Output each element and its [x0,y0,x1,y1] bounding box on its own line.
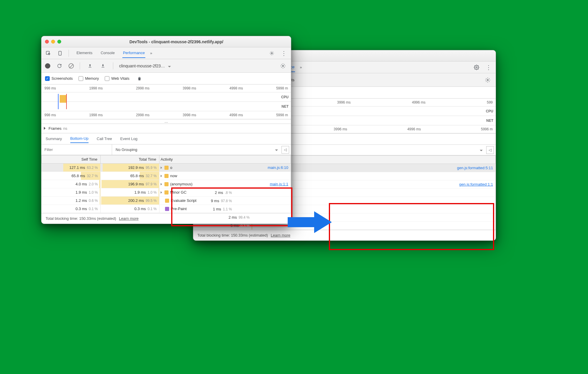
table-row[interactable]: 0.3 ms0.1 %0.3 ms0.1 %Pre-Paint [41,205,291,213]
net-track: NET [41,102,291,111]
expand-icon[interactable] [161,182,163,186]
tab-performance[interactable]: Performance [122,48,145,58]
url-dropdown[interactable]: clinquant-mousse-2f23… [119,64,171,68]
webvitals-checkbox[interactable]: Web Vitals [105,76,129,81]
activity-name: Minor GC [170,190,187,195]
overview-ticks: 998 ms1998 ms2998 ms3998 ms4998 ms5998 m [41,84,291,92]
perf-controlbar: clinquant-mousse-2f23… [41,59,291,73]
activity-swatch-icon [165,199,169,203]
more-tabs-icon[interactable]: » [148,50,154,56]
record-button[interactable] [45,63,50,69]
activity-name: Evaluate Script [171,198,196,203]
ruler-ticks: 998 ms1998 ms2998 ms3998 ms4998 ms5998 m [41,111,291,119]
filter-input[interactable] [41,144,112,155]
ruler-dots: … [41,119,291,124]
inspect-icon[interactable] [44,49,53,57]
grouping-dropdown[interactable]: No Grouping [112,147,281,152]
device-toggle-icon[interactable] [56,49,64,57]
subtab-event-log[interactable]: Event Log [120,135,138,143]
trash-icon[interactable] [135,75,144,82]
col-self-time[interactable]: Self Time [42,155,101,164]
tab-elements[interactable]: Elements [76,48,93,58]
close-window-icon[interactable] [45,40,49,44]
timeline-overview[interactable]: 998 ms1998 ms2998 ms3998 ms4998 ms5998 m… [41,84,291,124]
source-link[interactable]: gen.js:formatted:5:11 [457,166,493,170]
expand-icon[interactable] [44,126,47,131]
minimize-window-icon[interactable] [51,40,55,44]
activity-name: Pre-Paint [171,207,187,211]
svg-point-6 [282,65,284,67]
screenshots-checkbox[interactable]: ✓ Screenshots [45,76,73,81]
footer: Total blocking time: 150.33ms (estimated… [193,230,496,240]
activity-swatch-icon [164,166,169,170]
upload-icon[interactable] [86,62,94,69]
filter-bar: No Grouping ◁ [41,144,291,155]
perf-subtabs: Summary Bottom-Up Call Tree Event Log [41,133,291,144]
gear-icon[interactable] [267,49,276,57]
checkbox-icon [105,76,109,81]
blocking-time-text: Total blocking time: 150.33ms (estimated… [197,233,268,237]
activity-name: now [170,174,177,178]
show-heaviest-stack-button[interactable]: ◁ [486,146,494,154]
checkbox-icon [79,76,83,81]
source-link[interactable]: main.js:1:1 [270,182,288,186]
svg-point-0 [476,67,477,68]
perf-options: ✓ Screenshots Memory Web Vitals [41,73,291,84]
expand-icon[interactable] [161,165,163,170]
zoom-window-icon[interactable] [57,40,61,44]
clear-icon[interactable] [69,63,74,69]
frames-label: Frames [49,126,61,131]
cpu-track: CPU [41,92,291,102]
kebab-menu-icon[interactable]: ⋮ [484,63,493,72]
svg-point-5 [271,52,273,54]
source-link[interactable]: gen.js:formatted:1:1 [459,182,493,187]
expand-icon[interactable] [161,174,163,178]
window-title: DevTools - clinquant-mousse-2f2396.netli… [65,39,287,44]
reload-icon[interactable] [55,62,64,70]
subtab-call-tree[interactable]: Call Tree [97,135,112,143]
bottom-up-rows: 127.1 ms63.2 %192.9 ms95.9 %omain.js:6:1… [41,164,291,213]
gear-icon[interactable] [472,64,481,71]
blocking-time-text: Total blocking time: 150.33ms (estimated… [46,216,116,221]
subtab-bottom-up[interactable]: Bottom-Up [70,134,89,143]
col-total-time[interactable]: Total Time [101,155,159,164]
activity-swatch-icon [165,207,169,211]
frames-row[interactable]: Frames ns [41,124,291,133]
table-row[interactable]: 127.1 ms63.2 %192.9 ms95.9 %omain.js:6:1… [41,164,291,172]
bottom-up-table: Self Time Total Time Activity [41,155,291,164]
show-heaviest-stack-button[interactable]: ◁ [281,146,289,154]
window-titlebar[interactable]: DevTools - clinquant-mousse-2f2396.netli… [41,36,291,47]
table-row[interactable]: 1.2 ms0.6 %200.2 ms99.5 %Evaluate Script [41,197,291,205]
traffic-lights[interactable] [45,40,61,44]
col-activity[interactable]: Activity [159,155,291,164]
expand-icon[interactable] [161,190,163,195]
activity-name: o [170,165,172,170]
activity-swatch-icon [164,190,169,195]
memory-checkbox[interactable]: Memory [79,76,99,81]
subtab-summary[interactable]: Summary [46,135,62,143]
devtools-toolbar: Elements Console Performance » ⋮ [41,47,291,59]
footer: Total blocking time: 150.33ms (estimated… [41,213,291,224]
more-tabs-icon[interactable]: » [298,64,304,71]
gear-icon[interactable] [483,76,492,84]
table-row[interactable]: 4.0 ms2.0 %196.9 ms97.9 %(anonymous)main… [41,180,291,188]
table-row[interactable]: 65.8 ms32.7 %65.8 ms32.7 %now [41,172,291,180]
source-link[interactable]: main.js:6:10 [268,165,288,170]
activity-name: (anonymous) [170,182,193,186]
svg-rect-3 [59,51,61,55]
gear-icon[interactable] [279,62,287,70]
checkbox-icon: ✓ [45,76,50,81]
activity-swatch-icon [164,174,169,178]
svg-point-1 [487,79,489,81]
tab-console[interactable]: Console [100,48,115,58]
activity-swatch-icon [164,182,169,186]
kebab-menu-icon[interactable]: ⋮ [279,49,289,58]
learn-more-link[interactable]: Learn more [271,233,290,237]
table-row[interactable]: 1.9 ms1.0 %1.9 ms1.0 %Minor GC [41,188,291,197]
download-icon[interactable] [99,62,107,69]
learn-more-link[interactable]: Learn more [119,216,139,221]
